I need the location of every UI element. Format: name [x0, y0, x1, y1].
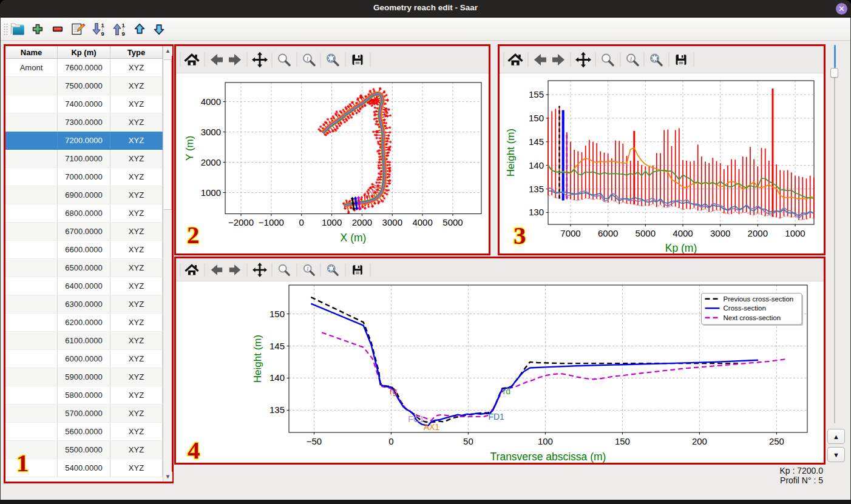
svg-text:50: 50	[463, 436, 473, 446]
svg-text:250: 250	[769, 436, 784, 446]
svg-text:1: 1	[122, 22, 126, 29]
svg-text:2: 2	[187, 221, 200, 249]
svg-text:5000: 5000	[636, 228, 656, 238]
svg-text:4: 4	[188, 436, 200, 464]
svg-text:135: 135	[529, 184, 544, 194]
svg-text:Cross-section: Cross-section	[724, 304, 766, 312]
svg-text:1: 1	[16, 449, 29, 477]
svg-text:145: 145	[270, 341, 285, 351]
svg-text:4000: 4000	[412, 217, 432, 227]
svg-text:200: 200	[692, 436, 707, 446]
svg-text:FC1: FC1	[408, 414, 424, 424]
svg-text:7000: 7000	[560, 228, 580, 238]
svg-text:Kp (m): Kp (m)	[665, 242, 697, 254]
svg-text:0: 0	[388, 436, 393, 446]
svg-text:Height (m): Height (m)	[252, 335, 263, 383]
svg-text:−1000: −1000	[259, 217, 284, 227]
svg-text:2000: 2000	[201, 157, 221, 167]
svg-text:2000: 2000	[748, 228, 768, 238]
svg-text:1000: 1000	[322, 217, 342, 227]
svg-text:Previous cross-section: Previous cross-section	[724, 295, 794, 303]
svg-text:1000: 1000	[201, 187, 221, 198]
svg-text:1: 1	[629, 56, 632, 62]
svg-text:3000: 3000	[201, 127, 221, 137]
svg-text:−2000: −2000	[228, 217, 254, 227]
svg-text:X (m): X (m)	[341, 232, 367, 244]
svg-text:3: 3	[514, 221, 526, 249]
svg-text:rd: rd	[503, 386, 510, 396]
svg-text:1: 1	[306, 56, 309, 62]
svg-text:9: 9	[101, 30, 104, 37]
svg-text:−50: −50	[307, 436, 322, 446]
svg-text:145: 145	[529, 136, 544, 147]
svg-text:1: 1	[307, 266, 309, 272]
svg-text:2000: 2000	[352, 217, 372, 227]
svg-text:AX1: AX1	[424, 422, 440, 432]
svg-text:140: 140	[529, 160, 544, 170]
svg-text:140: 140	[270, 372, 285, 383]
svg-text:1000: 1000	[785, 228, 805, 238]
svg-text:Next cross-section: Next cross-section	[724, 314, 781, 321]
svg-text:150: 150	[615, 436, 630, 446]
svg-text:0: 0	[299, 217, 304, 227]
svg-text:1: 1	[101, 22, 105, 29]
svg-text:FD1: FD1	[488, 412, 504, 422]
svg-text:5000: 5000	[442, 217, 463, 227]
svg-text:Y (m): Y (m)	[184, 136, 195, 161]
svg-text:Transverse abscissa (m): Transverse abscissa (m)	[490, 451, 606, 463]
svg-text:150: 150	[270, 309, 285, 319]
svg-text:4000: 4000	[673, 228, 693, 238]
svg-text:100: 100	[538, 436, 553, 446]
svg-text:150: 150	[529, 113, 544, 123]
svg-text:135: 135	[270, 405, 285, 415]
svg-text:4000: 4000	[201, 96, 221, 107]
svg-text:9: 9	[122, 30, 125, 37]
svg-text:rg: rg	[390, 386, 397, 396]
svg-text:3000: 3000	[710, 228, 730, 238]
svg-text:3000: 3000	[382, 217, 402, 227]
svg-text:155: 155	[529, 89, 544, 99]
svg-text:6000: 6000	[598, 228, 618, 238]
svg-text:Height (m): Height (m)	[505, 129, 517, 176]
